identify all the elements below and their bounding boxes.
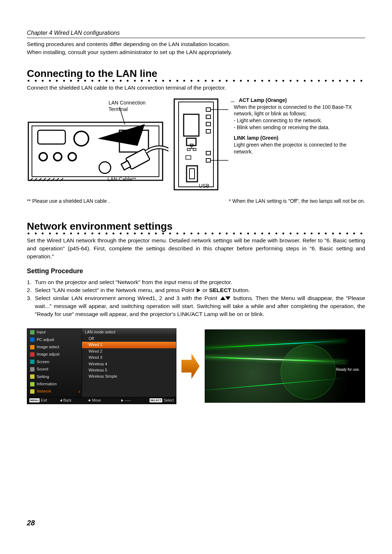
projector-ports-illustration (27, 97, 168, 191)
on-screen-menu-screenshots: Input PC adjust Image select Image adjus… (27, 328, 365, 404)
footer-select: Select (164, 398, 174, 403)
menu-footer: MENUExit Back ◆Move ----- SELECTSelect (27, 397, 176, 404)
pc-adjust-icon (30, 337, 34, 342)
lamp-descriptions: ACT Lamp (Orange) When the projector is … (234, 97, 365, 155)
menu-item-information: Information (27, 380, 82, 387)
footnotes: ** Please use a shielded LAN cable . * W… (27, 198, 365, 205)
diagram-row: LAN Connection Terminal (27, 97, 365, 191)
link-lamp-title: LINK lamp (Green) (234, 135, 278, 141)
arrow-right-icon (181, 353, 200, 379)
lan-mode-wired3: Wired 3 (82, 354, 176, 361)
footnote-left: ** Please use a shielded LAN cable . (27, 198, 110, 205)
triangle-right-small-icon (121, 399, 123, 402)
menu-item-input: Input (27, 329, 82, 336)
intro-line-1: Setting procedures and contents differ d… (27, 41, 230, 47)
select-badge: SELECT (150, 398, 163, 402)
menu-item-setting: Setting (27, 373, 82, 380)
menu-item-sound: Sound (27, 366, 82, 373)
point-down-icon (225, 296, 230, 300)
usb-label: USB (199, 182, 209, 190)
triangle-left-icon (60, 399, 62, 402)
footer-move: Move (92, 398, 101, 403)
screen-icon (30, 360, 34, 364)
setting-icon (30, 374, 34, 379)
intro-text: Setting procedures and contents differ d… (27, 40, 365, 56)
ready-for-use-text: Ready for use. (336, 367, 360, 372)
step-1: 1. Turn on the projector and select "Net… (27, 278, 365, 286)
lan-mode-wired2: Wired 2 (82, 348, 176, 354)
image-adjust-icon (30, 352, 34, 357)
footer-back: Back (64, 398, 72, 403)
information-icon (30, 382, 34, 386)
act-lamp-title: ACT Lamp (Orange) (239, 97, 287, 103)
select-bold: SELECT (209, 287, 231, 293)
setting-procedure-steps: 1. Turn on the projector and select "Net… (27, 278, 365, 318)
manual-page: Chapter 4 Wired LAN configurations Setti… (0, 0, 392, 554)
chapter-header: Chapter 4 Wired LAN configurations (27, 29, 365, 38)
footer-exit: Exit (41, 398, 47, 403)
menu-right-pane: LAN mode select Off Wired 1 Wired 2 Wire… (82, 329, 176, 397)
section-heading-network: Network environment settings (27, 219, 365, 233)
lan-terminal-label: LAN Connection Terminal (109, 99, 146, 112)
lan-mode-wireless-simple: Wireless Simple (82, 373, 176, 379)
network-icon (30, 389, 34, 394)
dotted-divider (27, 80, 365, 82)
footnote-right: * When the LAN setting is "Off", the two… (229, 198, 365, 205)
up-down-icon: ◆ (88, 398, 91, 403)
projector-terminal-diagram: LAN Connection Terminal (27, 97, 168, 191)
projector-menu-screenshot: Input PC adjust Image select Image adjus… (27, 328, 176, 404)
input-icon (30, 330, 34, 335)
lan-mode-select-header: LAN mode select (82, 329, 176, 336)
lan-mode-wired1: Wired 1 (82, 342, 176, 348)
sound-icon (30, 367, 34, 372)
lan-mode-wireless5: Wireless 5 (82, 367, 176, 373)
usb-lan-port-closeup: USB (172, 97, 230, 191)
menu-item-image-adjust: Image adjust (27, 351, 82, 358)
menu-item-pc-adjust: PC adjust (27, 336, 82, 343)
point-up-icon (220, 296, 225, 300)
lan-mode-off: Off (82, 336, 176, 342)
menu-badge: MENU (29, 398, 40, 402)
port-closeup-illustration (172, 97, 230, 191)
lan-mode-wireless4: Wireless 4 (82, 361, 176, 367)
menu-item-screen: Screen (27, 358, 82, 365)
setting-procedure-heading: Setting Procedure (27, 267, 365, 276)
selected-caret-icon: ‹ (78, 389, 80, 394)
act-lamp-bullet-2: - Blink when sending or receiving the da… (234, 124, 330, 130)
ready-for-use-screenshot: Ready for use. (205, 329, 365, 403)
menu-item-image-select: Image select (27, 343, 82, 350)
lan-cable-label: LAN Cable** (107, 176, 136, 182)
section1-body: Connect the shielded LAN cable to the LA… (27, 84, 365, 92)
intro-line-2: When installing, consult your system adm… (27, 49, 232, 55)
image-select-icon (30, 345, 34, 349)
page-number: 28 (27, 518, 35, 528)
menu-item-network: Network‹ (27, 388, 82, 395)
act-lamp-bullet-1: - Light when connecting to the network. (234, 118, 322, 123)
step-3: 3. Select similar LAN environment among … (27, 294, 365, 318)
point-right-icon (197, 288, 200, 292)
dotted-divider (27, 233, 365, 234)
act-lamp-desc: When the projector is connected to the 1… (234, 104, 352, 117)
menu-left-pane: Input PC adjust Image select Image adjus… (27, 329, 82, 397)
step-2: 2. Select "LAN mode select" in the Netwo… (27, 286, 365, 294)
link-lamp-desc: Light green when the projector is connec… (234, 142, 347, 155)
section-heading-connecting: Connecting to the LAN line (27, 66, 365, 81)
section2-body: Set the Wired LAN network through the pr… (27, 237, 365, 260)
footer-dashes: ----- (125, 398, 131, 403)
